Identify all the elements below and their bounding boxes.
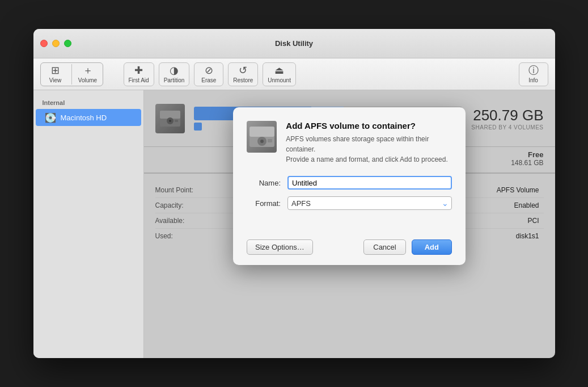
traffic-lights	[40, 40, 71, 47]
add-button[interactable]: Add	[412, 239, 452, 255]
sidebar-section-internal: Internal	[33, 97, 143, 108]
volume-button[interactable]: ＋ Volume	[73, 63, 103, 86]
view-label: View	[49, 77, 62, 83]
volume-label: Volume	[78, 77, 97, 83]
format-select[interactable]: APFS APFS (Encrypted) APFS (Case-sensiti…	[287, 196, 452, 210]
svg-rect-6	[249, 127, 274, 137]
format-select-wrapper: APFS APFS (Encrypted) APFS (Case-sensiti…	[287, 196, 452, 210]
maximize-button[interactable]	[64, 40, 71, 47]
erase-button[interactable]: ⊘ Erase	[194, 62, 223, 86]
size-options-button[interactable]: Size Options…	[247, 239, 313, 255]
sidebar: Internal 💽 Macintosh HD	[33, 90, 144, 358]
close-button[interactable]	[40, 40, 48, 47]
view-volume-group: ⊞ View ＋ Volume	[40, 62, 103, 86]
restore-button[interactable]: ↺ Restore	[228, 62, 258, 86]
first-aid-label: First Aid	[129, 77, 149, 83]
dialog-header: Add APFS volume to container? APFS volum…	[247, 121, 452, 165]
add-volume-dialog: Add APFS volume to container? APFS volum…	[233, 107, 466, 265]
name-label: Name:	[247, 179, 281, 187]
sidebar-item-label: Macintosh HD	[61, 113, 107, 122]
format-label: Format:	[247, 199, 281, 208]
erase-icon: ⊘	[205, 65, 213, 75]
svg-point-8	[260, 140, 264, 143]
volume-icon: ＋	[83, 65, 93, 75]
dialog-overlay: Add APFS volume to container? APFS volum…	[144, 90, 555, 358]
dialog-title-area: Add APFS volume to container? APFS volum…	[286, 121, 452, 165]
first-aid-icon: ✚	[134, 65, 143, 75]
restore-icon: ↺	[239, 65, 247, 75]
toolbar: ⊞ View ＋ Volume ✚ First Aid ◑ Partition …	[33, 58, 555, 90]
unmount-icon: ⏏	[274, 65, 284, 75]
view-icon: ⊞	[51, 65, 60, 75]
svg-rect-9	[268, 139, 272, 142]
info-label: Info	[528, 77, 538, 83]
unmount-button[interactable]: ⏏ Unmount	[263, 62, 296, 86]
main-content: Internal 💽 Macintosh HD	[33, 90, 555, 358]
sidebar-item-macintosh-hd[interactable]: 💽 Macintosh HD	[36, 109, 141, 126]
partition-button[interactable]: ◑ Partition	[159, 62, 190, 86]
dialog-disk-icon	[247, 121, 277, 153]
restore-label: Restore	[233, 77, 253, 83]
format-row: Format: APFS APFS (Encrypted) APFS (Case…	[247, 196, 452, 210]
window-title: Disk Utility	[275, 39, 313, 48]
dialog-content: Add APFS volume to container? APFS volum…	[233, 107, 466, 233]
dialog-description: APFS volumes share storage space within …	[286, 134, 452, 165]
partition-icon: ◑	[170, 65, 179, 75]
name-row: Name:	[247, 176, 452, 190]
erase-label: Erase	[201, 77, 216, 83]
cancel-button[interactable]: Cancel	[363, 239, 405, 255]
dialog-form: Name: Format: APFS APFS (Encrypted) APFS	[247, 176, 452, 210]
dialog-title: Add APFS volume to container?	[286, 121, 452, 131]
partition-label: Partition	[164, 77, 185, 83]
app-window: Disk Utility ⊞ View ＋ Volume ✚ First Aid…	[33, 29, 555, 358]
title-bar: Disk Utility	[33, 29, 555, 58]
minimize-button[interactable]	[52, 40, 60, 47]
drive-icon: 💽	[45, 112, 56, 123]
name-input[interactable]	[287, 176, 452, 190]
main-panel: 250.79 GB SHARED BY 4 VOLUMES Free 148.6…	[144, 90, 555, 358]
dialog-buttons: Size Options… Cancel Add	[233, 233, 466, 265]
info-icon: ⓘ	[528, 65, 539, 75]
first-aid-button[interactable]: ✚ First Aid	[124, 62, 154, 86]
info-button[interactable]: ⓘ Info	[519, 62, 548, 86]
unmount-label: Unmount	[268, 77, 291, 83]
view-button[interactable]: ⊞ View	[41, 63, 70, 86]
